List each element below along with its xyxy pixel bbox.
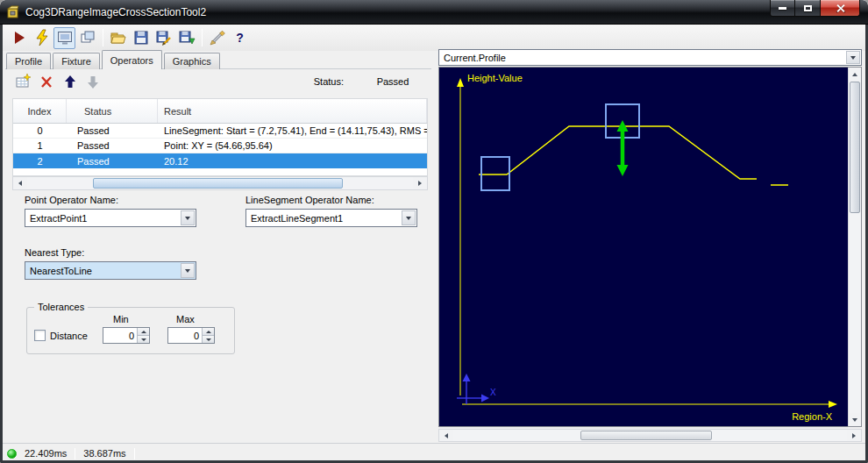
svg-text:Region-X: Region-X (792, 411, 833, 422)
chevron-down-icon (850, 56, 856, 60)
maximize-button[interactable] (795, 0, 821, 17)
scroll-up-button[interactable] (849, 68, 861, 81)
scroll-thumb[interactable] (580, 431, 712, 440)
table-row[interactable]: 0 Passed LineSegment: Start = (7.2,75.41… (13, 124, 427, 139)
profile-chart[interactable]: Height-ValueRegion-XX (439, 68, 848, 426)
signature-button[interactable] (206, 27, 228, 49)
close-button[interactable] (821, 0, 860, 17)
spin-up-button[interactable] (202, 328, 214, 336)
cell-status: Passed (67, 139, 158, 153)
scroll-thumb[interactable] (850, 82, 860, 213)
scroll-down-button[interactable] (849, 413, 861, 426)
cell-result: 20.12 (158, 153, 427, 168)
run-button[interactable] (8, 27, 30, 49)
max-value[interactable]: 0 (194, 331, 199, 341)
spin-down-button[interactable] (202, 336, 214, 343)
left-arrow-icon (445, 433, 448, 438)
delete-operator-button[interactable] (38, 73, 55, 90)
scroll-right-button[interactable] (847, 430, 861, 441)
min-spinner[interactable]: 0 (103, 327, 150, 344)
up-arrow-icon (206, 331, 211, 333)
svg-text:X: X (490, 388, 496, 397)
scroll-track[interactable] (849, 81, 861, 413)
float-window-button[interactable] (76, 27, 98, 49)
tab-fixture[interactable]: Fixture (53, 53, 100, 69)
float-window-icon (79, 29, 96, 46)
image-display-button[interactable] (53, 27, 75, 49)
minimize-button[interactable] (770, 0, 795, 17)
tab-profile[interactable]: Profile (6, 53, 51, 69)
maximize-icon (804, 5, 812, 11)
run-time-2: 38.687ms (83, 448, 125, 459)
add-operator-button[interactable] (14, 73, 32, 90)
up-arrow-icon (141, 331, 146, 333)
min-value[interactable]: 0 (129, 331, 134, 341)
help-button[interactable]: ? (229, 27, 251, 49)
scroll-left-button[interactable] (439, 430, 453, 441)
spin-up-button[interactable] (137, 328, 149, 336)
titlebar[interactable]: Cog3DRangeImageCrossSectionTool2 (0, 0, 868, 25)
save-icon (132, 29, 150, 46)
status-label: Status: (281, 76, 344, 87)
linesegment-operator-combo[interactable]: ExtractLineSegment1 (245, 209, 417, 227)
table-row-selected[interactable]: 2 Passed 20.12 (13, 153, 427, 168)
delete-icon (39, 74, 54, 90)
distance-checkbox[interactable] (34, 330, 46, 341)
dropdown-button[interactable] (181, 210, 195, 225)
status-value: Passed (358, 76, 428, 87)
scroll-thumb[interactable] (93, 178, 343, 189)
cell-result: Point: XY = (54.66,95.64) (158, 139, 427, 153)
statusbar-divider (75, 448, 75, 459)
right-arrow-icon (852, 433, 856, 438)
tab-graphics[interactable]: Graphics (164, 53, 220, 69)
dropdown-button[interactable] (181, 263, 195, 278)
save-as-button[interactable] (153, 27, 174, 49)
minimize-icon (779, 7, 786, 10)
dropdown-button[interactable] (402, 210, 416, 225)
move-down-button[interactable] (84, 73, 102, 90)
move-up-button[interactable] (61, 73, 79, 90)
point-operator-value: ExtractPoint1 (30, 213, 179, 224)
cell-index: 1 (13, 139, 67, 153)
scroll-track[interactable] (453, 430, 847, 441)
tabstrip: Profile Fixture Operators Graphics (6, 50, 222, 69)
down-arrow-icon (206, 338, 211, 341)
operators-toolbar: Status: Passed (9, 73, 428, 90)
window-controls (770, 0, 860, 17)
dropdown-button[interactable] (846, 51, 860, 64)
max-spinner[interactable]: 0 (167, 327, 215, 344)
save-button[interactable] (130, 27, 152, 49)
window-frame-left (0, 25, 3, 463)
toolbar-separator (103, 29, 103, 46)
cell-index: 0 (13, 124, 67, 138)
statusbar: 22.409ms 38.687ms (0, 443, 868, 463)
spin-down-button[interactable] (137, 336, 149, 343)
down-arrow-icon (141, 338, 146, 341)
profile-selector-combo[interactable]: Current.Profile (438, 49, 862, 66)
export-button[interactable] (175, 27, 197, 49)
point-operator-combo[interactable]: ExtractPoint1 (25, 209, 196, 227)
electric-run-button[interactable] (31, 27, 53, 49)
open-file-button[interactable] (107, 27, 129, 49)
tolerances-groupbox: Tolerances Min Max Distance 0 0 (26, 307, 235, 354)
app-window: Cog3DRangeImageCrossSectionTool2 (0, 0, 868, 463)
column-header-status[interactable]: Status (67, 99, 158, 123)
scroll-left-button[interactable] (13, 177, 27, 189)
move-up-icon (62, 74, 78, 90)
move-down-icon (85, 74, 101, 90)
image-display-icon (56, 29, 74, 46)
column-header-index[interactable]: Index (13, 99, 67, 123)
table-row[interactable]: 1 Passed Point: XY = (54.66,95.64) (13, 139, 427, 153)
scroll-track[interactable] (27, 177, 413, 189)
nearest-type-combo[interactable]: NearestToLine (25, 261, 196, 280)
profile-chart-panel[interactable]: Height-ValueRegion-XX (438, 67, 862, 427)
scroll-right-button[interactable] (413, 177, 427, 189)
tab-operators[interactable]: Operators (102, 50, 162, 69)
nearest-type-label: Nearest Type: (25, 247, 84, 258)
signature-icon (209, 29, 226, 46)
down-arrow-icon (852, 418, 857, 422)
chevron-down-icon (406, 217, 411, 220)
status-indicator (7, 449, 17, 459)
statusbar-divider (134, 448, 135, 459)
column-header-result[interactable]: Result (158, 99, 427, 123)
